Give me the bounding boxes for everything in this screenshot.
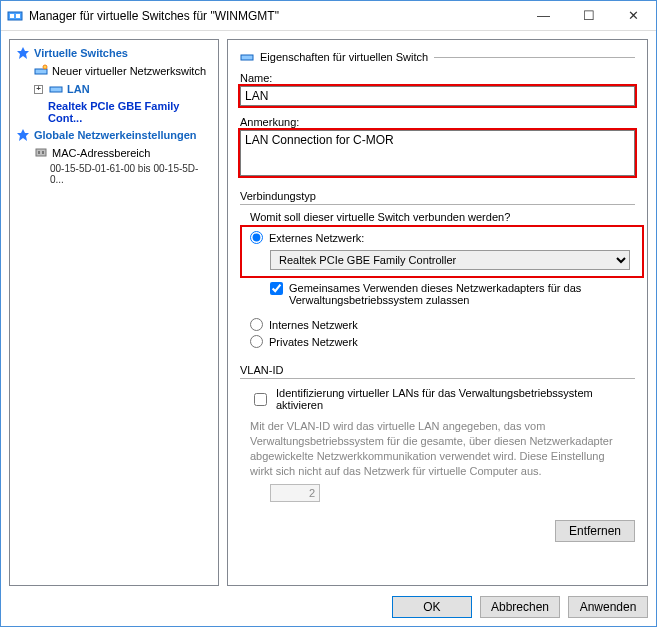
radio-internal[interactable] [250, 318, 263, 331]
svg-rect-4 [35, 69, 47, 74]
svg-rect-2 [16, 14, 20, 18]
app-icon [7, 8, 23, 24]
radio-internal-label: Internes Netzwerk [269, 319, 358, 331]
dialog-footer: OK Abbrechen Anwenden [9, 594, 648, 618]
svg-point-5 [43, 65, 47, 69]
tree-label: MAC-Adressbereich [52, 147, 150, 159]
external-network-highlight: Externes Netzwerk: Realtek PCIe GBE Fami… [240, 225, 644, 278]
radio-private-label: Privates Netzwerk [269, 336, 358, 348]
name-label: Name: [240, 72, 635, 84]
tree-label: Realtek PCIe GBE Family Cont... [48, 100, 212, 124]
tree-item-lan-nic[interactable]: Realtek PCIe GBE Family Cont... [12, 98, 216, 126]
connection-type-title: Verbindungstyp [240, 190, 635, 202]
tree-item-lan[interactable]: + LAN [12, 80, 216, 98]
tree-header-switches: Virtuelle Switches [12, 44, 216, 62]
svg-rect-6 [50, 87, 62, 92]
svg-rect-10 [42, 151, 44, 154]
svg-marker-3 [17, 47, 29, 59]
radio-external[interactable] [250, 231, 263, 244]
divider [240, 378, 635, 379]
divider [240, 204, 635, 205]
divider [434, 57, 635, 58]
radio-private[interactable] [250, 335, 263, 348]
ok-button[interactable]: OK [392, 596, 472, 618]
tree-item-mac-range[interactable]: MAC-Adressbereich [12, 144, 216, 162]
tree-label: LAN [67, 83, 90, 95]
connection-type-prompt: Womit soll dieser virtuelle Switch verbu… [240, 211, 635, 223]
virtual-switch-manager-window: Manager für virtuelle Switches für "WINM… [0, 0, 657, 627]
switch-icon [240, 50, 254, 64]
svg-rect-11 [241, 55, 253, 60]
window-title: Manager für virtuelle Switches für "WINM… [29, 9, 521, 23]
tree-label: Neuer virtueller Netzwerkswitch [52, 65, 206, 77]
maximize-button[interactable]: ☐ [566, 1, 611, 30]
name-input[interactable] [240, 86, 635, 106]
remove-button[interactable]: Entfernen [555, 520, 635, 542]
switch-icon [49, 82, 63, 96]
share-adapter-checkbox[interactable] [270, 282, 283, 295]
vlan-enable-label: Identifizierung virtueller LANs für das … [276, 387, 635, 411]
share-adapter-label: Gemeinsames Verwenden dieses Netzwerkada… [289, 282, 600, 306]
star-icon [16, 128, 30, 142]
vlan-id-input [270, 484, 320, 502]
cancel-button[interactable]: Abbrechen [480, 596, 560, 618]
radio-external-label: Externes Netzwerk: [269, 232, 364, 244]
tree-item-new-switch[interactable]: Neuer virtueller Netzwerkswitch [12, 62, 216, 80]
tree-pane: Virtuelle Switches Neuer virtueller Netz… [9, 39, 219, 586]
titlebar: Manager für virtuelle Switches für "WINM… [1, 1, 656, 31]
apply-button[interactable]: Anwenden [568, 596, 648, 618]
minimize-button[interactable]: — [521, 1, 566, 30]
expand-toggle-icon[interactable]: + [34, 85, 43, 94]
svg-marker-7 [17, 129, 29, 141]
vlan-enable-checkbox[interactable] [254, 393, 267, 406]
panel-header: Eigenschaften für virtuellen Switch [260, 51, 428, 63]
window-controls: — ☐ ✕ [521, 1, 656, 30]
note-textarea[interactable]: LAN Connection for C-MOR [240, 130, 635, 176]
tree-header-global: Globale Netzwerkeinstellungen [12, 126, 216, 144]
content-pane: Eigenschaften für virtuellen Switch Name… [227, 39, 648, 586]
star-icon [16, 46, 30, 60]
note-label: Anmerkung: [240, 116, 635, 128]
svg-rect-1 [10, 14, 14, 18]
nic-select[interactable]: Realtek PCIe GBE Family Controller [270, 250, 630, 270]
tree-mac-range-value: 00-15-5D-01-61-00 bis 00-15-5D-0... [12, 162, 216, 186]
nic-icon [34, 146, 48, 160]
vlan-description: Mit der VLAN-ID wird das virtuelle LAN a… [240, 413, 630, 484]
close-button[interactable]: ✕ [611, 1, 656, 30]
svg-rect-8 [36, 149, 46, 156]
switch-new-icon [34, 64, 48, 78]
vlan-title: VLAN-ID [240, 364, 635, 376]
svg-rect-9 [38, 151, 40, 154]
